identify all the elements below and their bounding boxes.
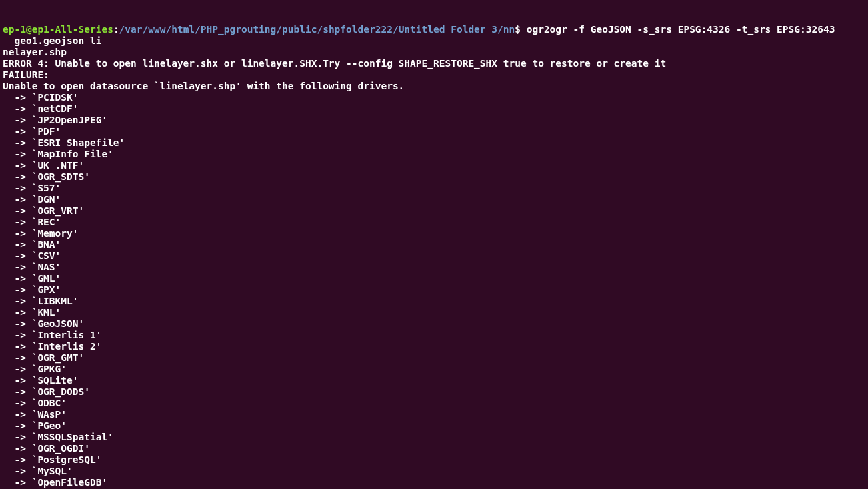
terminal-output[interactable]: ep-1@ep1-All-Series:/var/www/html/PHP_pg…	[3, 24, 865, 489]
prompt-user: ep-1@ep1-All-Series	[3, 24, 113, 35]
prompt-colon: :	[113, 24, 119, 35]
driver-list: -> `PCIDSK' -> `netCDF' -> `JP2OpenJPEG'…	[3, 92, 865, 489]
prompt-dollar: $	[515, 24, 521, 35]
unable-line: Unable to open datasource `linelayer.shp…	[3, 81, 404, 91]
error-line: ERROR 4: Unable to open linelayer.shx or…	[3, 58, 666, 69]
command-text-2: geo1.geojson li	[3, 35, 101, 46]
failure-line: FAILURE:	[3, 69, 49, 80]
prompt-path: /var/www/html/PHP_pgrouting/public/shpfo…	[119, 24, 515, 35]
command-text-1: ogr2ogr -f GeoJSON -s_srs EPSG:4326 -t_s…	[521, 24, 841, 35]
command-text-3: nelayer.shp	[3, 47, 67, 57]
